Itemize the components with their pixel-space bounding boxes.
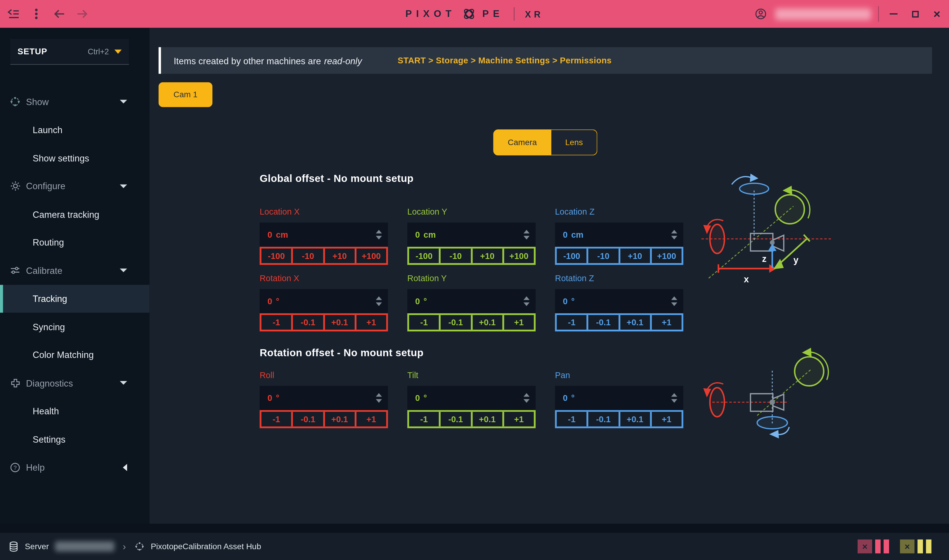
sidebar-item-syncing[interactable]: Syncing [0, 313, 150, 341]
step-button[interactable]: +0.1 [618, 412, 650, 426]
breadcrumb[interactable]: START > Storage > Machine Settings > Per… [398, 56, 611, 65]
sidebar-item-tracking[interactable]: Tracking [0, 285, 150, 313]
step-button[interactable]: -1 [261, 412, 291, 426]
spinner-arrows[interactable] [376, 289, 382, 313]
sidebar-item-routing[interactable]: Routing [0, 228, 150, 256]
field-label: Pan [555, 370, 683, 381]
step-button[interactable]: +0.1 [323, 315, 355, 330]
step-button[interactable]: +10 [323, 248, 355, 263]
step-button[interactable]: +1 [502, 315, 534, 330]
sidebar-item-camera-tracking[interactable]: Camera tracking [0, 200, 150, 228]
sliders-icon [10, 265, 20, 276]
step-button[interactable]: -1 [557, 412, 587, 426]
step-button[interactable]: -0.1 [291, 412, 323, 426]
step-button[interactable]: +1 [502, 412, 534, 426]
spinner-arrows[interactable] [523, 386, 530, 410]
step-button[interactable]: -0.1 [439, 412, 471, 426]
status-stop-red-icon[interactable]: × [858, 540, 872, 554]
location-x-input[interactable]: 0 cm [260, 223, 388, 247]
step-button[interactable]: +10 [471, 248, 502, 263]
step-button[interactable]: +1 [650, 412, 681, 426]
tilt-input[interactable]: 0 ° [407, 386, 535, 410]
location-z-input[interactable]: 0 cm [555, 223, 683, 247]
step-button[interactable]: -1 [261, 315, 291, 330]
user-account-icon[interactable] [753, 7, 768, 21]
sidebar-item-show[interactable]: Show [0, 88, 150, 115]
sidebar-item-show-settings[interactable]: Show settings [0, 144, 150, 172]
step-button[interactable]: +0.1 [471, 315, 502, 330]
spinner-arrows[interactable] [671, 223, 677, 247]
step-button[interactable]: +100 [650, 248, 681, 263]
pan-input[interactable]: 0 ° [555, 386, 683, 410]
status-bar-pink-icon[interactable] [884, 540, 889, 554]
sidebar-item-color-matching[interactable]: Color Matching [0, 341, 150, 369]
maximize-button[interactable] [908, 7, 923, 21]
tab-camera[interactable]: Camera [493, 129, 551, 155]
minimize-button[interactable] [886, 7, 901, 21]
step-button[interactable]: -0.1 [587, 315, 618, 330]
step-button[interactable]: +0.1 [618, 315, 650, 330]
statusbar-status-icons: × × [858, 540, 932, 554]
step-button[interactable]: +1 [650, 315, 681, 330]
axis-label-z: z [762, 254, 767, 264]
step-button[interactable]: +0.1 [471, 412, 502, 426]
step-button[interactable]: -1 [557, 315, 587, 330]
sidebar-item-calibrate[interactable]: Calibrate [0, 256, 150, 285]
orb-icon [10, 96, 20, 107]
spinner-arrows[interactable] [523, 223, 530, 247]
bottom-strip [0, 524, 949, 533]
tab-lens[interactable]: Lens [551, 129, 597, 155]
rotation-z-input[interactable]: 0 ° [555, 289, 683, 313]
cam-1-button[interactable]: Cam 1 [159, 82, 212, 107]
sidebar-item-launch[interactable]: Launch [0, 116, 150, 144]
step-button[interactable]: +10 [618, 248, 650, 263]
location-y-input[interactable]: 0 cm [407, 223, 535, 247]
mode-selector[interactable]: SETUP Ctrl+2 [10, 39, 129, 65]
sidebar-item-configure[interactable]: Configure [0, 172, 150, 200]
step-buttons: -1 -0.1 +0.1 +1 [260, 410, 388, 428]
close-button[interactable]: × [930, 7, 944, 21]
statusbar-server-area[interactable]: Server › PixotopeCalibration Asset Hub [8, 533, 261, 560]
field-label: Rotation Y [407, 273, 535, 284]
field-label: Rotation X [260, 273, 388, 284]
spinner-arrows[interactable] [671, 289, 677, 313]
breadcrumb-chevron-icon: › [123, 541, 126, 552]
chevron-left-icon [123, 464, 127, 471]
titlebar: PIXOT PE XR × [0, 0, 949, 28]
step-button[interactable]: -0.1 [587, 412, 618, 426]
step-button[interactable]: -10 [587, 248, 618, 263]
gear-icon [10, 181, 20, 192]
step-button[interactable]: -0.1 [291, 315, 323, 330]
status-stop-yellow-icon[interactable]: × [900, 540, 915, 554]
step-button[interactable]: -1 [409, 412, 439, 426]
chevron-down-icon [120, 381, 127, 385]
step-button[interactable]: -10 [439, 248, 471, 263]
step-button[interactable]: +100 [502, 248, 534, 263]
spinner-arrows[interactable] [523, 289, 530, 313]
sidebar-item-health[interactable]: Health [0, 397, 150, 425]
sidebar-item-help[interactable]: ? Help [0, 454, 150, 482]
sidebar-item-settings[interactable]: Settings [0, 425, 150, 453]
status-bar-pink-icon[interactable] [875, 540, 881, 554]
step-button[interactable]: -100 [557, 248, 587, 263]
spinner-arrows[interactable] [376, 223, 382, 247]
step-button[interactable]: -0.1 [439, 315, 471, 330]
step-button[interactable]: +1 [355, 412, 386, 426]
rotation-x-input[interactable]: 0 ° [260, 289, 388, 313]
step-button[interactable]: -100 [261, 248, 291, 263]
status-bar-yellow-icon[interactable] [926, 540, 932, 554]
step-button[interactable]: +1 [355, 315, 386, 330]
step-button[interactable]: -1 [409, 315, 439, 330]
step-button[interactable]: +0.1 [323, 412, 355, 426]
spinner-arrows[interactable] [671, 386, 677, 410]
spinner-arrows[interactable] [376, 386, 382, 410]
step-button[interactable]: +100 [355, 248, 386, 263]
status-bar-yellow-icon[interactable] [917, 540, 923, 554]
step-button[interactable]: -100 [409, 248, 439, 263]
roll-input[interactable]: 0 ° [260, 386, 388, 410]
banner-accent-bar [159, 47, 161, 74]
sidebar-item-diagnostics[interactable]: Diagnostics [0, 369, 150, 397]
mode-caret-icon [114, 49, 122, 54]
step-button[interactable]: -10 [291, 248, 323, 263]
rotation-y-input[interactable]: 0 ° [407, 289, 535, 313]
